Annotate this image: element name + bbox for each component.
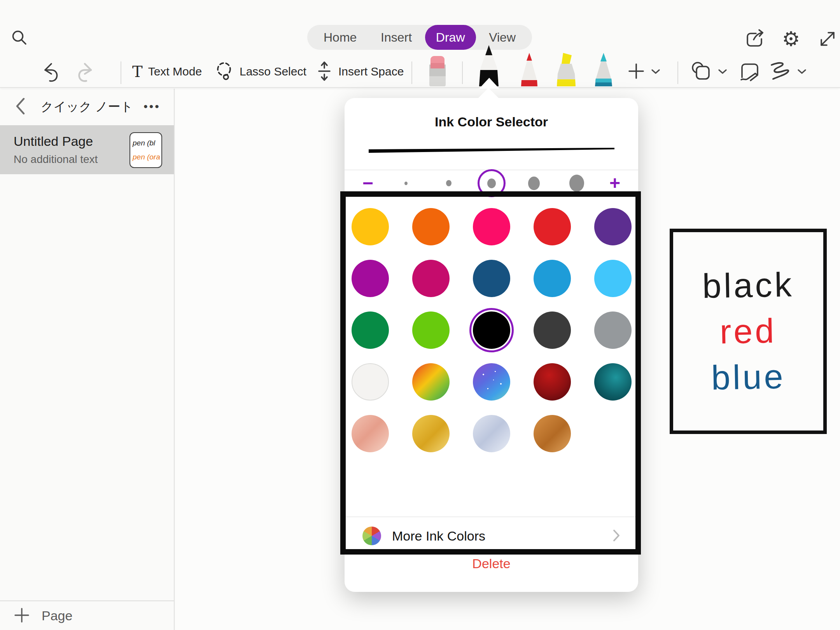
swatch-red[interactable] (534, 208, 571, 245)
share-icon (744, 29, 765, 49)
page-sidebar: クイック ノート ••• Untitled Page No additional… (0, 89, 175, 630)
toolbar-divider (411, 61, 412, 84)
swatch-gold[interactable] (412, 415, 450, 452)
teal-pencil-tool[interactable] (591, 52, 616, 87)
toolbar-divider (121, 61, 121, 84)
ink-word-blue: blue (711, 357, 786, 397)
color-wheel-icon (362, 527, 381, 545)
ink-word-red: red (720, 311, 777, 352)
redo-button[interactable] (75, 61, 97, 83)
yellow-highlighter-icon (553, 51, 579, 87)
insert-space-icon (316, 60, 333, 83)
thickness-dot-shape (446, 180, 452, 186)
delete-pen-button[interactable]: Delete (345, 556, 638, 571)
toolbar-divider (677, 61, 678, 84)
fullscreen-button[interactable] (817, 28, 838, 50)
swatch-ocean-teal[interactable] (594, 363, 632, 401)
swatch-black[interactable] (473, 312, 510, 349)
text-mode-icon: T (132, 64, 143, 79)
stroke-preview (369, 147, 614, 157)
swatch-green[interactable] (352, 312, 389, 349)
swatch-magenta[interactable] (352, 260, 389, 297)
thickness-dots (391, 175, 592, 192)
lasso-icon (215, 61, 234, 83)
ink-to-shape-button[interactable] (769, 58, 807, 85)
thickness-selector: − + (345, 170, 638, 196)
shapes-icon (690, 61, 712, 83)
onenote-app: Home Insert Draw View ⚙ (0, 0, 840, 630)
insert-space-button[interactable]: Insert Space (316, 58, 404, 85)
text-mode-button[interactable]: T Text Mode (132, 58, 202, 85)
swatch-dark-gray[interactable] (534, 312, 571, 349)
ink-drawing-frame: black red blue (670, 229, 827, 434)
swatch-silver[interactable] (473, 415, 510, 452)
swatch-sky-blue[interactable] (594, 260, 632, 297)
thickness-decrease-button[interactable]: − (345, 174, 391, 192)
add-pen-button[interactable] (627, 58, 660, 85)
lasso-select-button[interactable]: Lasso Select (215, 58, 306, 85)
swatch-raspberry[interactable] (412, 260, 450, 297)
swatch-rose-gold[interactable] (352, 415, 389, 452)
insert-space-label: Insert Space (338, 65, 404, 78)
ink-word-black: black (702, 265, 794, 306)
swatch-gray[interactable] (594, 312, 632, 349)
swatch-bronze[interactable] (534, 415, 571, 452)
thickness-dot-3[interactable] (483, 175, 500, 192)
thickness-dot-1[interactable] (397, 175, 415, 192)
eraser-tool[interactable] (425, 54, 450, 87)
eraser-icon (425, 54, 450, 87)
ink-squiggle-icon (769, 61, 792, 82)
tab-home[interactable]: Home (313, 25, 368, 50)
swatch-yellow[interactable] (352, 208, 389, 245)
swatch-dark-blue[interactable] (473, 260, 510, 297)
more-ink-colors-label: More Ink Colors (392, 528, 602, 544)
swatch-rainbow-glitter[interactable] (412, 363, 450, 401)
thickness-dot-4[interactable] (525, 175, 542, 192)
add-page-label: Page (42, 608, 72, 623)
search-button[interactable] (9, 28, 30, 48)
ink-color-grid (345, 208, 638, 452)
swatch-pink[interactable] (473, 208, 510, 245)
page-list-item-selected[interactable]: Untitled Page No additional text pen (bl… (0, 125, 174, 174)
chevron-down-icon (651, 68, 660, 75)
shapes-button[interactable] (690, 58, 727, 85)
ink-note-icon (739, 62, 761, 84)
swatch-orange[interactable] (412, 208, 450, 245)
thickness-dot-shape (528, 177, 540, 190)
more-ink-colors-button[interactable]: More Ink Colors (345, 517, 638, 555)
thickness-increase-button[interactable]: + (592, 174, 638, 192)
swatch-blue[interactable] (534, 260, 571, 297)
ink-drawing-words: black red blue (673, 232, 823, 430)
thickness-dot-2[interactable] (440, 175, 457, 192)
search-icon (10, 29, 29, 47)
add-page-button[interactable]: Page (0, 600, 174, 630)
top-chrome: Home Insert Draw View ⚙ (0, 0, 840, 88)
tab-draw[interactable]: Draw (425, 25, 476, 50)
ellipsis-icon: ••• (144, 100, 161, 113)
swatch-white[interactable] (352, 363, 389, 401)
ink-to-note-button[interactable] (738, 61, 761, 84)
red-pen-tool[interactable] (517, 52, 541, 87)
lasso-select-label: Lasso Select (240, 65, 306, 78)
chevron-left-icon (14, 110, 26, 116)
tab-insert[interactable]: Insert (370, 25, 423, 50)
ink-color-selector-popup: Ink Color Selector − + More Ink Colors D… (345, 98, 638, 592)
settings-gear-icon: ⚙ (782, 29, 800, 49)
share-button[interactable] (744, 28, 765, 50)
expand-icon (818, 29, 837, 49)
thickness-dot-shape (487, 178, 496, 188)
thickness-dot-5[interactable] (568, 175, 585, 192)
text-mode-label: Text Mode (148, 65, 202, 78)
swatch-light-green[interactable] (412, 312, 450, 349)
redo-icon (76, 61, 96, 83)
yellow-highlighter-tool[interactable] (553, 51, 579, 87)
undo-button[interactable] (39, 61, 61, 83)
back-button[interactable] (12, 97, 29, 116)
settings-button[interactable]: ⚙ (780, 28, 802, 50)
popup-pointer-arrow (479, 78, 499, 89)
swatch-red-marble[interactable] (534, 363, 571, 401)
swatch-galaxy[interactable] (473, 363, 510, 401)
more-options-button[interactable]: ••• (140, 98, 164, 115)
swatch-purple[interactable] (594, 208, 632, 245)
thumbnail-text-line: pen (ora (133, 150, 161, 164)
